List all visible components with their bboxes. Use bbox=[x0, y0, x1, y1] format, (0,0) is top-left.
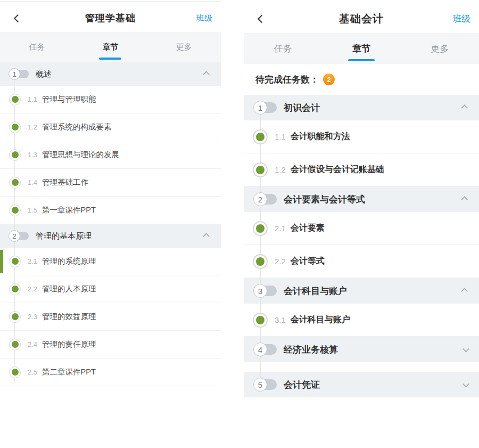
section-item[interactable]: 2.2管理的人本原理 bbox=[0, 275, 221, 303]
section-item[interactable]: 2.1会计要素 bbox=[244, 212, 479, 245]
screen-top-divider bbox=[0, 1, 221, 2]
tab-label: 更多 bbox=[176, 42, 192, 52]
chevron-down-icon bbox=[463, 345, 469, 352]
chapter-number-badge: 4 bbox=[253, 343, 277, 356]
completed-status-dot bbox=[9, 311, 21, 323]
chapter-number-badge: 1 bbox=[253, 101, 277, 115]
tab-tasks[interactable]: 任务 bbox=[0, 32, 73, 62]
active-tab-underline bbox=[99, 58, 121, 60]
section-item[interactable]: 2.5第二章课件PPT bbox=[0, 359, 221, 386]
tab-label: 章节 bbox=[102, 42, 118, 52]
status-dot-core bbox=[12, 179, 19, 186]
chapter-number: 4 bbox=[253, 343, 267, 356]
chapter-number-badge: 2 bbox=[9, 230, 29, 242]
completed-status-dot bbox=[9, 149, 21, 161]
status-dot-core bbox=[256, 166, 265, 174]
section-number: 2.2 bbox=[275, 257, 286, 266]
status-dot-core bbox=[12, 286, 19, 292]
completed-status-dot bbox=[9, 177, 21, 189]
section-item[interactable]: 1.4管理基础工作 bbox=[0, 169, 221, 197]
chapter-title: 概述 bbox=[36, 69, 52, 79]
section-number: 2.5 bbox=[28, 368, 37, 376]
tab-bar: 任务章节更多 bbox=[244, 33, 479, 64]
tab-chapters[interactable]: 章节 bbox=[322, 33, 400, 64]
chapter-header[interactable]: 2会计要素与会计等式 bbox=[244, 186, 479, 212]
section-item[interactable]: 2.2会计等式 bbox=[244, 245, 479, 278]
completed-status-dot bbox=[9, 121, 21, 133]
class-link[interactable]: 班级 bbox=[452, 13, 470, 25]
section-title: 会计职能和方法 bbox=[291, 131, 350, 142]
section-item[interactable]: 1.2管理系统的构成要素 bbox=[0, 113, 221, 141]
timeline-line bbox=[14, 74, 15, 383]
chapter-number: 3 bbox=[253, 284, 267, 298]
nav-bar: 管理学基础班级 bbox=[0, 4, 221, 32]
completed-status-dot bbox=[253, 129, 268, 144]
chevron-up-icon bbox=[203, 71, 210, 78]
section-title: 管理的效益原理 bbox=[42, 312, 96, 322]
section-title: 会计科目与账户 bbox=[291, 314, 350, 325]
course-screen-management: 管理学基础班级任务章节更多1概述1.1管理与管理职能1.2管理系统的构成要素1.… bbox=[0, 4, 221, 386]
completed-status-dot bbox=[253, 313, 268, 328]
completed-status-dot bbox=[9, 205, 21, 216]
tab-bar: 任务章节更多 bbox=[0, 32, 221, 62]
tab-tasks[interactable]: 任务 bbox=[244, 33, 322, 64]
course-title: 基础会计 bbox=[244, 12, 479, 26]
completed-status-dot bbox=[253, 221, 268, 236]
course-title: 管理学基础 bbox=[0, 12, 221, 25]
tab-label: 更多 bbox=[431, 43, 449, 55]
chevron-up-icon bbox=[461, 196, 468, 203]
completed-status-dot bbox=[253, 254, 268, 269]
page: 管理学基础班级任务章节更多1概述1.1管理与管理职能1.2管理系统的构成要素1.… bbox=[0, 0, 479, 448]
tab-label: 任务 bbox=[274, 43, 292, 55]
tab-more[interactable]: 更多 bbox=[147, 32, 221, 62]
section-item[interactable]: 1.5第一章课件PPT bbox=[0, 197, 221, 224]
status-dot-core bbox=[12, 313, 19, 320]
section-number: 1.4 bbox=[28, 178, 37, 186]
chapter-header[interactable]: 5会计凭证 bbox=[244, 372, 479, 397]
chapter-header[interactable]: 2管理的基本原理 bbox=[0, 224, 221, 248]
chapter-header[interactable]: 4经济业务核算 bbox=[244, 337, 479, 362]
section-number: 1.2 bbox=[28, 123, 37, 131]
section-item[interactable]: 2.3管理的效益原理 bbox=[0, 303, 221, 331]
status-dot-core bbox=[12, 341, 19, 348]
chapter-header[interactable]: 1初识会计 bbox=[244, 95, 479, 120]
section-number: 3.1 bbox=[275, 315, 286, 324]
chapter-title: 管理的基本原理 bbox=[36, 231, 92, 241]
completed-status-dot bbox=[253, 162, 268, 177]
status-dot-core bbox=[256, 316, 265, 324]
status-dot-core bbox=[12, 96, 19, 103]
section-title: 管理的系统原理 bbox=[42, 256, 96, 266]
chapter-title: 经济业务核算 bbox=[284, 344, 338, 356]
class-link[interactable]: 班级 bbox=[196, 13, 212, 23]
nav-bar: 基础会计班级 bbox=[244, 4, 479, 33]
section-item[interactable]: 1.3管理思想与理论的发展 bbox=[0, 141, 221, 169]
chapter-title: 会计要素与会计等式 bbox=[284, 193, 365, 206]
chapter-number: 1 bbox=[253, 101, 267, 115]
pending-tasks-row: 待完成任务数：2 bbox=[244, 64, 479, 95]
section-number: 1.1 bbox=[28, 95, 37, 103]
tab-chapters[interactable]: 章节 bbox=[73, 32, 147, 62]
completed-status-dot bbox=[9, 256, 21, 267]
section-item[interactable]: 1.2会计假设与会计记账基础 bbox=[244, 153, 479, 186]
section-title: 管理的人本原理 bbox=[42, 284, 96, 294]
section-item[interactable]: 2.1管理的系统原理 bbox=[0, 248, 221, 275]
section-number: 2.3 bbox=[28, 313, 37, 321]
completed-status-dot bbox=[9, 283, 21, 295]
chapter-header[interactable]: 1概述 bbox=[0, 62, 221, 86]
section-item[interactable]: 3.1会计科目与账户 bbox=[244, 304, 479, 337]
chapter-title: 初识会计 bbox=[284, 102, 320, 114]
section-item[interactable]: 2.4管理的责任原理 bbox=[0, 331, 221, 359]
section-title: 管理系统的构成要素 bbox=[42, 122, 112, 132]
section-number: 1.3 bbox=[28, 151, 37, 159]
section-item[interactable]: 1.1会计职能和方法 bbox=[244, 120, 479, 153]
pending-count-badge: 2 bbox=[323, 74, 335, 85]
chapter-number-badge: 3 bbox=[253, 284, 277, 298]
section-item[interactable]: 1.1管理与管理职能 bbox=[0, 86, 221, 113]
course-screen-accounting: 基础会计班级任务章节更多待完成任务数：21初识会计1.1会计职能和方法1.2会计… bbox=[244, 4, 479, 397]
tab-more[interactable]: 更多 bbox=[401, 33, 479, 64]
chapter-number: 2 bbox=[9, 230, 20, 242]
section-number: 2.4 bbox=[28, 340, 37, 348]
chapter-header[interactable]: 3会计科目与账户 bbox=[244, 278, 479, 304]
status-dot-core bbox=[12, 207, 19, 214]
status-dot-core bbox=[256, 224, 265, 233]
